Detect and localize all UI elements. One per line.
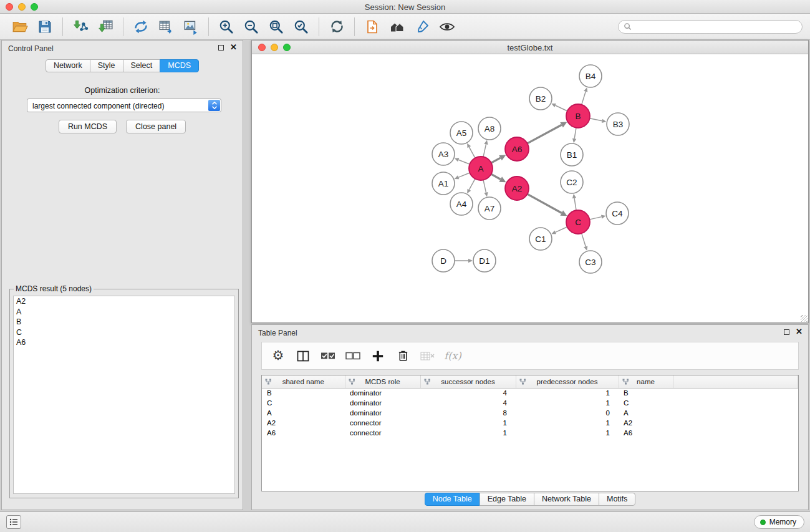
mcds-result-item[interactable]: A	[14, 307, 234, 317]
graph-edge[interactable]	[455, 173, 470, 179]
float-table-panel-button[interactable]	[784, 329, 789, 335]
graph-edge[interactable]	[572, 128, 576, 143]
mcds-result-item[interactable]: B	[14, 317, 234, 327]
table-row[interactable]: A6connector11A6	[262, 428, 798, 438]
table-cell[interactable]: 0	[516, 408, 619, 418]
table-cell[interactable]: dominator	[345, 408, 420, 418]
graph-node-A5[interactable]: A5	[450, 122, 473, 144]
graph-edge[interactable]	[590, 215, 606, 220]
show-hide-graphics-button[interactable]	[435, 16, 460, 38]
export-table-button[interactable]	[153, 16, 178, 38]
table-cell[interactable]: 1	[420, 418, 516, 428]
mcds-result-item[interactable]: A6	[14, 337, 234, 348]
table-row[interactable]: Bdominator41B	[262, 388, 798, 398]
resize-grip[interactable]	[801, 315, 808, 322]
table-cell[interactable]: 1	[516, 418, 619, 428]
show-columns-button[interactable]	[292, 346, 314, 367]
graph-edge[interactable]	[590, 118, 607, 123]
select-all-button[interactable]	[317, 346, 339, 367]
tab-mcds[interactable]: MCDS	[160, 59, 199, 72]
graph-node-C[interactable]: C	[566, 210, 590, 234]
graph-node-A6[interactable]: A6	[505, 137, 529, 161]
graph-edge[interactable]	[491, 174, 506, 182]
graph-node-A8[interactable]: A8	[478, 117, 501, 140]
table-cell[interactable]: C	[619, 398, 673, 408]
graph-edge[interactable]	[483, 140, 488, 157]
mcds-result-item[interactable]: A2	[14, 296, 234, 307]
tab-motifs[interactable]: Motifs	[599, 493, 635, 506]
table-cell[interactable]: A	[619, 408, 673, 418]
graph-node-A[interactable]: A	[469, 157, 493, 180]
graph-edge[interactable]	[551, 104, 567, 111]
zoom-selected-button[interactable]	[289, 16, 314, 38]
apply-layout-button[interactable]	[324, 16, 349, 38]
graph-edge[interactable]	[582, 233, 588, 251]
graph-node-A3[interactable]: A3	[432, 143, 455, 165]
show-all-networks-button[interactable]	[385, 16, 410, 38]
close-panel-button[interactable]: ✕	[230, 44, 237, 51]
table-cell[interactable]: 4	[420, 388, 516, 398]
graph-edge[interactable]	[528, 122, 567, 143]
delete-row-button[interactable]	[392, 346, 414, 367]
zoom-out-button[interactable]	[239, 16, 264, 38]
table-cell[interactable]: B	[262, 388, 345, 398]
table-cell[interactable]: dominator	[345, 398, 420, 408]
table-cell[interactable]: A6	[619, 428, 673, 438]
tab-node-table[interactable]: Node Table	[425, 493, 480, 506]
column-header-predecessor-nodes[interactable]: predecessor nodes	[516, 375, 619, 388]
graph-edge[interactable]	[582, 87, 588, 105]
graph-node-B[interactable]: B	[566, 104, 590, 128]
export-image-button[interactable]	[178, 16, 203, 38]
table-cell[interactable]: connector	[345, 428, 420, 438]
table-cell[interactable]: dominator	[345, 388, 420, 398]
table-cell[interactable]: A2	[619, 418, 673, 428]
table-cell[interactable]: connector	[345, 418, 420, 428]
graph-node-C4[interactable]: C4	[606, 202, 629, 225]
open-session-button[interactable]	[7, 16, 32, 38]
graph-node-C1[interactable]: C1	[529, 228, 552, 250]
table-row[interactable]: Adominator80A	[262, 408, 798, 418]
table-cell[interactable]: 8	[420, 408, 516, 418]
apply-style-button[interactable]	[410, 16, 435, 38]
table-cell[interactable]: 1	[516, 388, 619, 398]
delete-table-button[interactable]	[417, 346, 439, 367]
table-cell[interactable]: 1	[420, 428, 516, 438]
graph-node-A7[interactable]: A7	[478, 197, 501, 220]
graph-edge[interactable]	[551, 227, 567, 234]
close-mcds-panel-button[interactable]: Close panel	[126, 120, 186, 133]
graph-edge[interactable]	[467, 143, 475, 158]
tab-network[interactable]: Network	[46, 59, 90, 72]
import-table-button[interactable]	[93, 16, 118, 38]
tab-edge-table[interactable]: Edge Table	[480, 493, 534, 506]
table-row[interactable]: A2connector11A2	[262, 418, 798, 428]
graph-node-B3[interactable]: B3	[607, 113, 629, 135]
table-cell[interactable]: A	[262, 408, 345, 418]
graph-node-D[interactable]: D	[432, 249, 455, 272]
table-cell[interactable]: A6	[262, 428, 345, 438]
function-builder-button[interactable]: f(x)	[441, 346, 464, 367]
optimization-criterion-select[interactable]: largest connected component (directed)	[27, 99, 221, 112]
graph-edge[interactable]	[528, 194, 567, 216]
column-header-name[interactable]: name	[619, 375, 673, 388]
table-cell[interactable]: 1	[516, 398, 619, 408]
table-cell[interactable]: 1	[516, 428, 619, 438]
graph-node-C2[interactable]: C2	[561, 171, 583, 193]
float-panel-button[interactable]	[218, 45, 224, 51]
table-cell[interactable]: A2	[262, 418, 345, 428]
graph-edge[interactable]	[491, 155, 506, 163]
run-mcds-button[interactable]: Run MCDS	[59, 120, 117, 133]
table-row[interactable]: Cdominator41C	[262, 398, 798, 408]
add-row-button[interactable]	[367, 346, 389, 367]
graph-node-A1[interactable]: A1	[432, 172, 455, 195]
graph-edge[interactable]	[572, 194, 576, 210]
graph-edge[interactable]	[455, 259, 473, 263]
mcds-result-item[interactable]: C	[14, 327, 234, 338]
table-settings-button[interactable]: ⚙	[267, 346, 289, 367]
graph-node-B1[interactable]: B1	[561, 143, 583, 166]
table-cell[interactable]: C	[262, 398, 345, 408]
graph-node-D1[interactable]: D1	[473, 249, 496, 272]
export-document-button[interactable]	[360, 16, 385, 38]
graph-node-A2[interactable]: A2	[505, 177, 529, 200]
graph-node-B2[interactable]: B2	[529, 87, 552, 110]
search-input[interactable]	[635, 22, 797, 31]
